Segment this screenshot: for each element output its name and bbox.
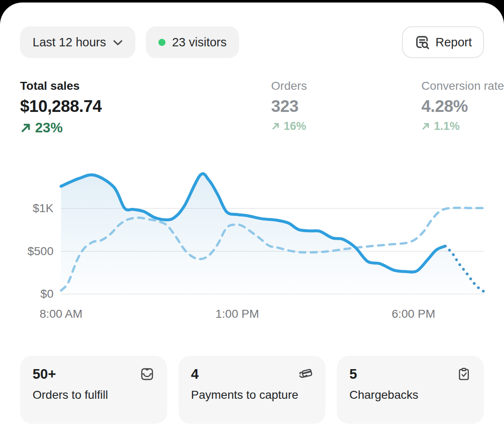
metric-conversion-rate[interactable]: Conversion rate 4.28% 1.1%	[421, 79, 504, 133]
payment-hand-icon	[298, 367, 313, 382]
topbar: Last 12 hours 23 visitors Report	[0, 3, 504, 58]
analytics-sheet: Last 12 hours 23 visitors Report Total s…	[0, 3, 504, 428]
metric-delta-value: 1.1%	[434, 120, 460, 133]
metric-delta-value: 23%	[35, 120, 63, 136]
card-count: 50+	[33, 367, 56, 382]
card-label: Orders to fulfill	[33, 388, 155, 402]
visitors-count-label: 23 visitors	[172, 35, 227, 49]
live-visitors-button[interactable]: 23 visitors	[146, 26, 239, 58]
metrics-row: Total sales $10,288.74 23% Orders 323 16…	[0, 58, 504, 136]
metric-label: Conversion rate	[421, 79, 504, 93]
report-label: Report	[435, 35, 472, 49]
y-axis-tick: $500	[0, 244, 53, 258]
metric-delta-value: 16%	[284, 120, 306, 133]
x-axis-tick: 8:00 AM	[40, 307, 83, 321]
metric-delta: 1.1%	[421, 120, 504, 133]
card-count: 4	[191, 367, 199, 382]
card-label: Payments to capture	[191, 388, 313, 402]
x-axis-tick: 1:00 PM	[216, 307, 259, 321]
metric-label: Orders	[271, 79, 422, 93]
action-cards-row: 50+ Orders to fulfill 4	[20, 356, 484, 424]
x-axis: 8:00 AM 1:00 PM 6:00 PM	[0, 307, 504, 324]
live-indicator-dot	[158, 39, 165, 46]
metric-value: 4.28%	[421, 96, 504, 116]
report-button[interactable]: Report	[402, 26, 484, 58]
metric-value: 323	[271, 96, 422, 116]
chevron-down-icon	[113, 40, 123, 46]
card-chargebacks[interactable]: 5 Chargebacks	[337, 356, 484, 424]
card-payments-to-capture[interactable]: 4 Payments to capture	[178, 356, 326, 424]
report-icon	[414, 34, 430, 50]
date-range-button[interactable]: Last 12 hours	[20, 26, 135, 58]
card-count: 5	[349, 367, 357, 382]
clipboard-check-icon	[456, 367, 471, 382]
metric-delta: 23%	[20, 120, 271, 136]
metric-total-sales[interactable]: Total sales $10,288.74 23%	[20, 79, 271, 136]
card-orders-to-fulfill[interactable]: 50+ Orders to fulfill	[20, 356, 167, 424]
metric-label: Total sales	[20, 79, 271, 93]
card-label: Chargebacks	[349, 388, 471, 402]
y-axis-tick: $0	[0, 287, 53, 301]
trend-up-arrow-icon	[421, 122, 430, 131]
trend-up-arrow-icon	[20, 122, 31, 134]
sales-chart: $1K $500 $0	[0, 166, 504, 294]
date-range-label: Last 12 hours	[33, 35, 106, 49]
x-axis-tick: 6:00 PM	[392, 307, 435, 321]
y-axis-tick: $1K	[0, 201, 53, 215]
chart-plot-area[interactable]	[61, 166, 484, 294]
metric-orders[interactable]: Orders 323 16%	[271, 79, 422, 133]
trend-up-arrow-icon	[271, 122, 280, 131]
orders-inbox-icon	[140, 367, 155, 382]
metric-value: $10,288.74	[20, 96, 271, 116]
metric-delta: 16%	[271, 120, 422, 133]
